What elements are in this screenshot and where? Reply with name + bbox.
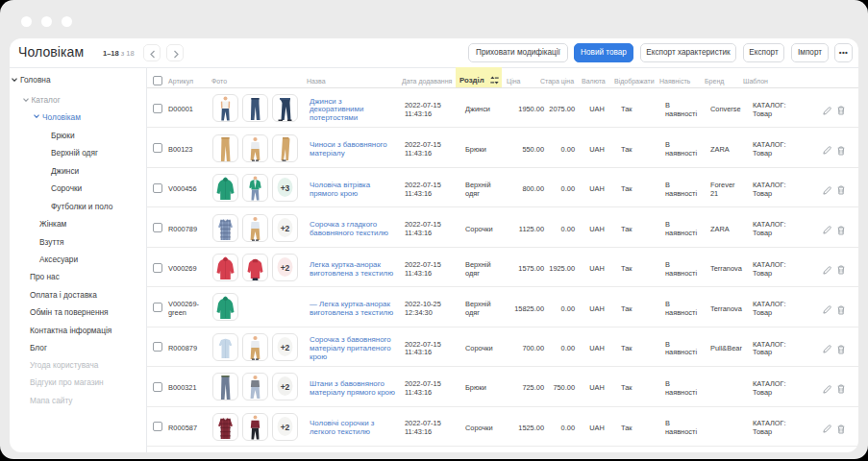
svg-text:+3: +3: [281, 183, 290, 193]
svg-text:+2: +2: [281, 224, 290, 233]
svg-text:+2: +2: [281, 423, 290, 432]
svg-text:+2: +2: [281, 382, 290, 392]
svg-text:+2: +2: [281, 263, 290, 273]
svg-text:+2: +2: [281, 343, 290, 352]
